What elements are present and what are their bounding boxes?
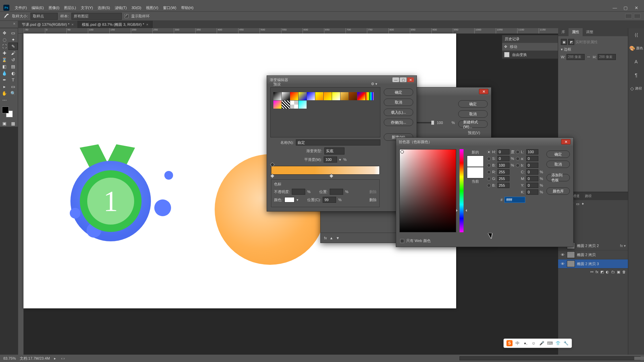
radio-lab-b[interactable] bbox=[516, 164, 520, 167]
close-icon[interactable]: ✕ bbox=[407, 77, 414, 82]
color-stop[interactable] bbox=[270, 174, 275, 178]
radio-a[interactable] bbox=[516, 157, 520, 161]
new-layer-icon[interactable]: ▣ bbox=[617, 270, 620, 274]
color-library-button[interactable]: 颜色库 bbox=[546, 187, 570, 195]
ime-punct-icon[interactable]: ●, bbox=[523, 340, 529, 346]
arrow-down-icon[interactable]: ▼ bbox=[336, 236, 339, 240]
visibility-icon[interactable]: 👁 bbox=[560, 253, 565, 257]
window-minimize[interactable]: — bbox=[610, 5, 619, 10]
quickmask[interactable]: ▣ bbox=[0, 120, 9, 127]
ok-button[interactable]: 确定 bbox=[546, 150, 570, 158]
width-field[interactable]: 288 像素 bbox=[567, 54, 585, 60]
history-item[interactable]: ✥移动 bbox=[502, 43, 558, 51]
current-color[interactable] bbox=[467, 167, 484, 178]
menu-edit[interactable]: 编辑(E) bbox=[30, 4, 46, 11]
pen-tool[interactable]: ✒ bbox=[0, 76, 9, 83]
r-input[interactable] bbox=[497, 169, 509, 175]
newstyle-button[interactable]: 新建样式(W)... bbox=[458, 120, 488, 128]
delete-stop-button[interactable]: 删除 bbox=[369, 197, 377, 202]
heal-tool[interactable]: ✚ bbox=[0, 50, 9, 56]
crop-tool[interactable]: ⛶ bbox=[0, 43, 9, 50]
menu-select[interactable]: 选择(S) bbox=[96, 4, 112, 11]
shape-tool[interactable]: ▭ bbox=[9, 83, 17, 90]
web-colors-checkbox[interactable] bbox=[400, 239, 404, 243]
ime-voice-icon[interactable]: 🎤 bbox=[539, 340, 545, 346]
history-item[interactable]: 自由变换 bbox=[502, 51, 558, 59]
layer-row[interactable]: 👁椭圆 2 拷贝 3 bbox=[558, 259, 628, 268]
layer-row[interactable]: 👁椭圆 2 拷贝 bbox=[558, 250, 628, 259]
preset-swatch[interactable] bbox=[273, 92, 281, 100]
history-brush[interactable]: ↺ bbox=[9, 56, 17, 63]
close-icon[interactable]: × bbox=[71, 22, 73, 26]
close-button[interactable]: ✕ bbox=[561, 139, 571, 144]
h-input[interactable] bbox=[497, 149, 509, 155]
preset-swatch[interactable] bbox=[299, 92, 307, 100]
chevron-right-icon[interactable]: ▸ bbox=[54, 356, 56, 361]
g-input[interactable] bbox=[497, 176, 509, 181]
zoom-level[interactable]: 83.75% bbox=[3, 356, 16, 360]
zoom-tool[interactable]: 🔍 bbox=[9, 90, 17, 97]
tab-paths[interactable]: 路径 bbox=[582, 192, 594, 200]
strip-char[interactable]: A bbox=[628, 57, 644, 66]
doc-size[interactable]: 文档:17.7M/23.4M bbox=[20, 356, 50, 361]
folder-icon[interactable]: 🗀 bbox=[611, 270, 615, 274]
eyedropper-tool[interactable]: ✎ bbox=[9, 43, 17, 50]
max-icon[interactable]: ▢ bbox=[400, 77, 407, 82]
arrow-up-icon[interactable]: ▲ bbox=[330, 236, 333, 240]
preset-swatch[interactable] bbox=[357, 92, 365, 100]
blur-tool[interactable]: 💧 bbox=[0, 70, 9, 76]
eraser-tool[interactable]: ◧ bbox=[0, 63, 9, 70]
path-select[interactable]: ▸ bbox=[0, 83, 9, 90]
opt-icon-1[interactable] bbox=[625, 14, 632, 18]
close-icon[interactable]: × bbox=[146, 22, 148, 26]
strip-para[interactable]: ¶ bbox=[628, 70, 644, 80]
mask-add-icon[interactable]: ◩ bbox=[600, 270, 604, 274]
cancel-button[interactable]: 取消 bbox=[384, 99, 413, 106]
opacity-slider[interactable] bbox=[431, 121, 434, 125]
sat-bright-field[interactable] bbox=[399, 149, 456, 232]
preset-swatch[interactable] bbox=[299, 101, 307, 109]
l-input[interactable] bbox=[526, 149, 538, 155]
c-input[interactable] bbox=[526, 169, 538, 175]
add-swatch-button[interactable]: 添加到色板 bbox=[546, 174, 570, 181]
radio-bl[interactable] bbox=[487, 184, 491, 187]
opacity-input[interactable]: 100 bbox=[437, 121, 449, 125]
dialog-titlebar[interactable]: 拾色器（色标颜色） bbox=[396, 138, 573, 146]
ime-tool-icon[interactable]: 🔧 bbox=[563, 340, 569, 346]
stop-pos-input[interactable] bbox=[323, 197, 336, 203]
opacity-stop[interactable] bbox=[270, 162, 275, 167]
gradient-name-input[interactable] bbox=[296, 139, 380, 145]
radio-b[interactable] bbox=[487, 164, 491, 167]
menu-image[interactable]: 图像(I) bbox=[47, 4, 61, 11]
foreground-color[interactable] bbox=[2, 107, 9, 113]
brush-tool[interactable]: 🖌 bbox=[9, 50, 17, 56]
tab-adjust[interactable]: 调整 bbox=[583, 28, 597, 36]
sample-size-select[interactable]: 取样点 bbox=[31, 13, 58, 20]
sb-cursor[interactable] bbox=[400, 150, 404, 154]
lasso-tool[interactable]: ◌ bbox=[0, 36, 9, 43]
sample-select[interactable]: 所有图层 bbox=[71, 13, 122, 20]
preset-swatch[interactable] bbox=[332, 92, 340, 100]
ime-keyboard-icon[interactable]: ⌨ bbox=[547, 340, 553, 346]
preset-swatch[interactable] bbox=[290, 92, 298, 100]
ok-button[interactable]: 确定 bbox=[384, 88, 413, 96]
radio-h[interactable] bbox=[487, 150, 491, 154]
load-button[interactable]: 载入(L)... bbox=[384, 109, 413, 116]
labb-input[interactable] bbox=[526, 163, 538, 168]
doc-tab-0[interactable]: 节课.psd @ 137%(RGB/8#) *× bbox=[18, 21, 78, 28]
sogou-icon[interactable]: S bbox=[506, 340, 513, 346]
link-layers-icon[interactable]: ⚯ bbox=[590, 270, 593, 274]
preset-swatch[interactable] bbox=[340, 92, 348, 100]
ok-button[interactable]: 确定 bbox=[458, 100, 488, 108]
preset-swatch[interactable] bbox=[324, 92, 332, 100]
stop-color-swatch[interactable] bbox=[284, 197, 294, 202]
more-tools[interactable]: ⋯ bbox=[0, 97, 9, 103]
a-input[interactable] bbox=[526, 156, 538, 161]
chevron-down-icon[interactable]: ▾ bbox=[561, 47, 564, 51]
ime-emoji-icon[interactable]: ☺ bbox=[531, 340, 537, 346]
menu-3d[interactable]: 3D(D) bbox=[129, 5, 143, 11]
m-input[interactable] bbox=[526, 176, 538, 181]
preset-swatch[interactable] bbox=[349, 92, 357, 100]
tab-library[interactable]: 库 bbox=[558, 28, 569, 36]
cancel-button[interactable]: 取消 bbox=[458, 110, 488, 118]
